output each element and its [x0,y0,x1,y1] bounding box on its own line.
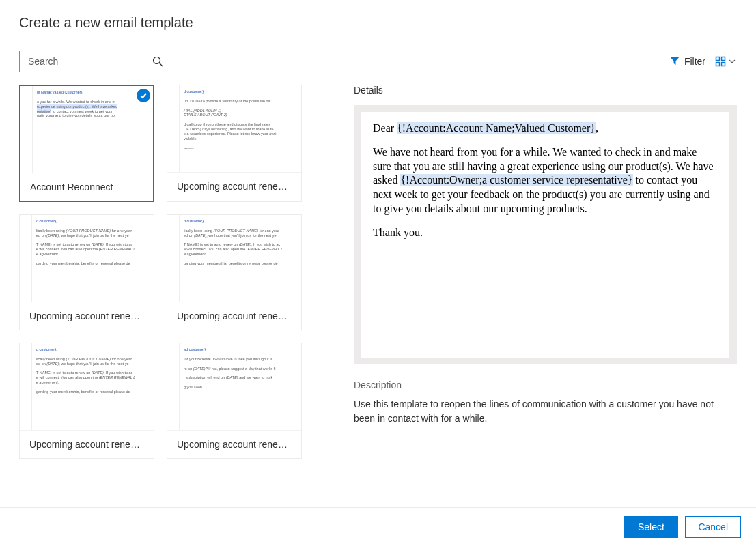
merge-token-owner: {!Account:Owner;a customer service repre… [400,174,632,186]
chevron-down-icon [727,57,737,66]
svg-rect-1 [716,57,720,61]
cancel-button[interactable]: Cancel [685,516,741,538]
preview-greeting-pre: Dear [373,122,397,134]
template-card[interactable]: d customer},lically been using (YOUR PRO… [19,343,154,459]
template-thumbnail: nt Name;Valued Customer},o you for a whi… [20,86,153,173]
template-card[interactable]: d customer},lically been using (YOUR PRO… [19,214,154,330]
template-thumbnail: d customer},lically been using (YOUR PRO… [20,215,154,302]
grid-icon [715,56,726,67]
template-label: Upcoming account renewa... [167,302,301,330]
search-box[interactable] [19,51,169,72]
select-button[interactable]: Select [624,516,678,538]
close-button[interactable] [729,12,737,33]
view-switch-button[interactable] [715,56,737,67]
template-label: Upcoming account renewa... [167,431,301,458]
svg-rect-2 [722,57,725,61]
preview-container: Dear {!Account:Account Name;Valued Custo… [354,105,737,364]
template-label: Upcoming account renewa... [20,431,154,458]
template-card[interactable]: ad customer},for your renewal. I would l… [167,343,302,459]
email-preview: Dear {!Account:Account Name;Valued Custo… [361,112,729,358]
template-thumbnail: ad customer},for your renewal. I would l… [167,343,301,431]
template-label: Upcoming account renewa... [167,173,301,200]
template-grid[interactable]: nt Name;Valued Customer},o you for a whi… [19,85,326,507]
template-thumbnail: d customer},up, I'd like to provide a su… [167,85,301,173]
svg-point-0 [154,57,160,64]
filter-button[interactable]: Filter [669,55,705,68]
template-thumbnail: d customer},lically been using (YOUR PRO… [167,215,301,302]
preview-closing: Thank you. [373,226,716,240]
template-label: Account Reconnect [20,173,153,201]
template-label: Upcoming account renewa... [20,302,154,330]
template-card[interactable]: d customer},lically been using (YOUR PRO… [167,214,302,330]
filter-label: Filter [684,56,705,67]
template-card[interactable]: nt Name;Valued Customer},o you for a whi… [19,85,154,202]
selected-check-icon [137,89,150,102]
search-input[interactable] [28,56,152,67]
svg-rect-4 [722,63,725,66]
filter-icon [669,55,680,68]
merge-token-account-name: {!Account:Account Name;Valued Customer} [397,122,596,134]
description-heading: Description [354,379,737,390]
search-icon [152,56,163,67]
preview-greeting-post: , [596,122,598,134]
template-card[interactable]: d customer},up, I'd like to provide a su… [167,85,302,202]
dialog-title: Create a new email template [19,15,193,31]
description-body: Use this template to reopen the lines of… [354,397,737,426]
svg-rect-3 [716,63,720,66]
template-thumbnail: d customer},lically been using (YOUR PRO… [20,343,154,431]
details-heading: Details [354,85,737,96]
